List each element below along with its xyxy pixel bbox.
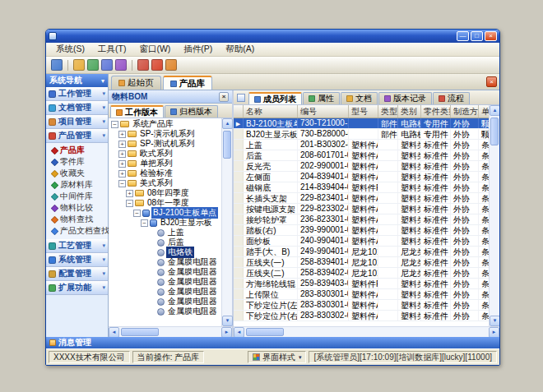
column-header[interactable]: 名称 [244, 105, 298, 118]
nav-item-intermediate-library[interactable]: 中间件库 [46, 191, 108, 202]
tab-properties[interactable]: 属性 [303, 92, 340, 104]
table-row[interactable]: 反光壳202-990001-01X塑料件ABS塑料类标准件外协条 [234, 161, 489, 172]
toolbar-icon-lock[interactable] [151, 59, 163, 71]
nav-group-extension[interactable]: 扩展功能▾ [46, 281, 108, 295]
menu-item-window[interactable]: 窗口(W) [132, 43, 177, 56]
table-row[interactable]: 下纱定位片(左)283-830301-00X塑料件ABS塑料类标准件外协条 [234, 300, 489, 311]
toolbar-icon-search[interactable] [115, 59, 127, 71]
scrollbar-thumb[interactable] [246, 328, 284, 336]
table-row[interactable]: 压线夹(一)258-839401-00X尼龙1010尼龙类标准件外协条 [234, 257, 489, 268]
tree-vertical-scrollbar[interactable]: ▲ ▼ [221, 118, 232, 326]
toolbar-icon-home[interactable] [51, 59, 63, 71]
table-row[interactable]: 长插头支架229-823401-00X塑料件ABS塑料类标准件外协条 [234, 193, 489, 204]
scrollbar-thumb[interactable] [490, 118, 499, 145]
collapse-icon[interactable]: − [111, 121, 118, 128]
tab-working-version[interactable]: 工作版本 [110, 105, 164, 118]
menu-item-tools[interactable]: 工具(T) [91, 43, 132, 56]
scroll-down-button[interactable]: ▼ [490, 316, 500, 326]
tree-node[interactable]: −BJ20主显示板 [109, 218, 221, 228]
table-row[interactable]: BJ20主显示板730-B28000-04X部件电路板专用件外协颗 [234, 129, 489, 140]
table-row[interactable]: 踏手(大、B)249-990401-00X尼龙1010尼龙类标准件外协条 [234, 247, 489, 257]
tree-node[interactable]: 金属膜电阻器 [109, 307, 221, 316]
nav-group-config[interactable]: 配置管理▾ [46, 267, 108, 281]
collapse-icon[interactable]: − [133, 210, 141, 217]
close-icon[interactable]: × [219, 92, 229, 102]
table-row[interactable]: 按键电源支架229-823302-00X塑料件ABS塑料类标准件外协条 [234, 204, 489, 214]
nav-item-part-library[interactable]: 零件库 [46, 156, 108, 168]
nav-item-product-library[interactable]: 产品库 [46, 145, 108, 156]
nav-item-favorites[interactable]: 收藏夹 [46, 168, 108, 179]
table-row[interactable]: 后盖208-601701-01X塑料件ABS塑料类标准件外协条 [234, 150, 489, 161]
close-icon[interactable]: × [486, 76, 497, 87]
table-vertical-scrollbar[interactable]: ▲ ▼ [489, 105, 499, 326]
table-row[interactable]: ▶BJ-2100主板单点730-T21000-12X部件电路板专用件外协颗 [234, 118, 489, 129]
nav-group-work[interactable]: 工作管理▾ [46, 87, 108, 101]
minimize-button[interactable]: — [457, 31, 469, 41]
tab-version-history[interactable]: 版本记录 [378, 92, 432, 104]
nav-group-project[interactable]: 项目管理▾ [46, 115, 108, 129]
tab-member-list[interactable]: 成员列表 [248, 92, 302, 104]
scroll-up-button[interactable]: ▲ [490, 105, 500, 116]
message-panel-header[interactable]: 消息管理 [46, 337, 499, 348]
tab-documents[interactable]: 文档 [341, 92, 378, 104]
toolbar-icon-settings[interactable] [137, 59, 149, 71]
scroll-up-button[interactable]: ▲ [222, 118, 233, 129]
table-row[interactable]: 左侧面204-839401-01X塑料件ABS塑料类标准件外协条 [234, 172, 489, 182]
tab-product-library[interactable]: 产品库 [163, 76, 213, 90]
nav-group-product[interactable]: 产品管理▾ [46, 129, 108, 143]
scrollbar-thumb[interactable] [223, 131, 231, 159]
expand-icon[interactable]: + [118, 131, 126, 138]
expand-icon[interactable]: + [126, 190, 133, 197]
column-header[interactable]: 类型 [378, 105, 398, 118]
expand-icon[interactable]: + [118, 160, 126, 168]
toolbar-icon-refresh[interactable] [101, 59, 113, 71]
table-row[interactable]: 上盖201-B30302-00X塑料件ABS塑料类标准件外协条 [234, 140, 489, 150]
tab-start-page[interactable]: 起始页 [111, 76, 161, 90]
nav-group-system[interactable]: 系统管理▾ [46, 253, 108, 267]
expand-icon[interactable]: + [118, 141, 126, 148]
column-header[interactable]: 制造方式 [451, 105, 479, 118]
close-button[interactable]: × [485, 31, 497, 41]
tab-archived-version[interactable]: 归档版本 [165, 105, 218, 118]
scrollbar-thumb[interactable] [121, 328, 159, 336]
tree-horizontal-scrollbar[interactable]: ◄ ► [109, 326, 232, 337]
collapse-icon[interactable]: − [141, 219, 148, 227]
menu-item-system[interactable]: 系统(S) [49, 43, 91, 56]
scroll-down-button[interactable]: ▼ [222, 316, 233, 326]
table-row[interactable]: 面纱板240-990401-00X塑料件ABS塑料类标准件外协条 [234, 236, 489, 247]
table-row[interactable]: 下纱定位片(右)283-830302-00X塑料件ABS塑料类标准件外协条 [234, 311, 489, 321]
tree-node[interactable]: 上盖 [109, 228, 221, 238]
nav-item-raw-material-library[interactable]: 原材料库 [46, 179, 108, 191]
table-row[interactable]: 接纱轮护罩236-823301-00X塑料件ABS塑料类标准件外协条 [234, 214, 489, 225]
nav-item-material-compare[interactable]: 物料比较 [46, 202, 108, 214]
table-row[interactable]: 踏板(右)239-990001-01X塑料件ABS塑料类标准件外协条 [234, 225, 489, 236]
nav-group-process[interactable]: 工艺管理▾ [46, 239, 108, 253]
collapse-icon[interactable]: − [126, 200, 133, 207]
sidebar-header[interactable]: 系统导航 ▾ [46, 74, 108, 87]
table-row[interactable]: 压线夹(二)258-839402-00X尼龙1010尼龙类标准件外协条 [234, 268, 489, 279]
nav-group-document[interactable]: 文档管理▾ [46, 101, 108, 115]
column-header[interactable]: 零件类型 [421, 105, 451, 118]
menu-item-plugins[interactable]: 插件(P) [177, 43, 219, 56]
table-row[interactable]: 上传限位283-830301-00X塑料件ABS塑料类标准件外协条 [234, 289, 489, 300]
column-header[interactable]: 型号 [349, 105, 378, 118]
tree-node[interactable]: 后盖 [109, 238, 221, 247]
ui-style-selector[interactable]: 界面样式 ▾ [248, 351, 307, 363]
column-header[interactable]: 单位 [479, 105, 489, 118]
table-row[interactable]: 磁钢底214-839404-01X塑料件PP塑料类标准件外协条 [234, 182, 489, 193]
collapse-icon[interactable]: − [118, 180, 126, 187]
menu-item-help[interactable]: 帮助(A) [219, 43, 261, 56]
expand-icon[interactable]: + [118, 170, 126, 178]
column-header[interactable]: 编号 [298, 105, 349, 118]
toolbar-icon-exit[interactable] [165, 59, 177, 71]
table-horizontal-scrollbar[interactable]: ◄ ► [234, 326, 499, 337]
toolbar-icon-save[interactable] [87, 59, 99, 71]
expand-icon[interactable]: + [118, 150, 126, 158]
nav-item-material-search[interactable]: 物料查找 [46, 214, 108, 225]
column-header[interactable]: 类别 [398, 105, 421, 118]
tab-workflow[interactable]: 流程 [433, 92, 470, 104]
table-row[interactable]: 方海绵轮线辊259-839403-00X塑料件PP塑料类标准件外协条 [234, 279, 489, 289]
toolbar-icon-open[interactable] [73, 59, 85, 71]
nav-item-product-doc-search[interactable]: 产品文档查找 [46, 225, 108, 237]
titlebar[interactable]: — □ × [46, 30, 499, 43]
